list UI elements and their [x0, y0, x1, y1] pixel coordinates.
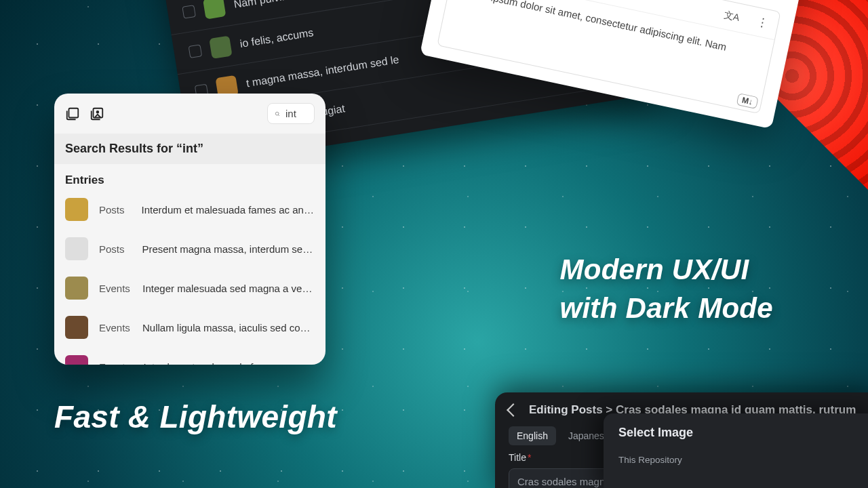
entries-collections-icon[interactable] — [65, 106, 80, 121]
result-kind: Events — [99, 322, 132, 333]
back-icon[interactable] — [507, 403, 520, 417]
search-input[interactable] — [285, 108, 307, 119]
result-kind: Events — [99, 361, 133, 365]
svg-point-5 — [275, 112, 279, 115]
thumb-icon — [203, 0, 226, 20]
result-kind: Events — [99, 283, 132, 294]
result-kind: Posts — [99, 243, 131, 255]
search-result-row[interactable]: EventsNullam ligula massa, iaculis sed c… — [54, 308, 326, 347]
search-drawer: Search Results for “int” Entries PostsIn… — [54, 94, 326, 365]
modal-title: Select Image — [618, 426, 860, 440]
result-title: Integer malesuada sed magna a venenatis — [142, 283, 315, 294]
search-result-row[interactable]: EventsInterdum et malesuada fames ac ant… — [54, 347, 326, 365]
result-kind: Posts — [99, 204, 131, 216]
media-library-icon[interactable] — [90, 106, 104, 121]
thumb-icon — [65, 277, 88, 300]
translate-icon[interactable]: 文A — [723, 9, 741, 24]
select-image-modal: Select Image This Repository — [604, 413, 868, 488]
search-result-row[interactable]: EventsInteger malesuada sed magna a vene… — [54, 268, 326, 308]
svg-point-4 — [97, 110, 99, 113]
thumb-icon — [65, 355, 88, 365]
result-title: Present magna massa, interdum sed leo qu — [142, 243, 315, 255]
search-result-row[interactable]: PostsPresent magna massa, interdum sed l… — [54, 229, 326, 268]
checkbox[interactable] — [182, 5, 196, 19]
search-results-heading: Search Results for “int” — [54, 134, 326, 164]
more-icon[interactable]: ⋮ — [755, 15, 770, 31]
thumb-icon — [65, 237, 88, 260]
repository-label: This Repository — [618, 455, 860, 465]
thumb-icon — [65, 316, 88, 339]
headline-fast: Fast & Lightweight — [54, 399, 337, 435]
thumb-icon — [65, 198, 88, 221]
result-title: Interdum et malesuada fames ac ante ipsu… — [142, 204, 315, 216]
result-title: Nullam ligula massa, iaculis sed congue … — [142, 322, 315, 333]
headline-modern: Modern UX/UI with Dark Mode — [559, 251, 773, 327]
search-icon — [275, 108, 280, 119]
search-result-row[interactable]: PostsInterdum et malesuada fames ac ante… — [54, 190, 326, 229]
thumb-icon — [209, 36, 232, 59]
tab-english[interactable]: English — [509, 426, 556, 445]
dark-editor-drawer: Editing Posts > Cras sodales magna id qu… — [495, 392, 868, 488]
checkbox[interactable] — [189, 44, 203, 58]
search-input-wrap[interactable] — [267, 103, 315, 124]
svg-rect-2 — [69, 108, 79, 117]
entries-section-label: Entries — [54, 164, 326, 190]
list-item-title: io felis, accums — [239, 26, 315, 50]
result-title: Interdum et malesuada fames ac ante ips — [144, 361, 315, 365]
